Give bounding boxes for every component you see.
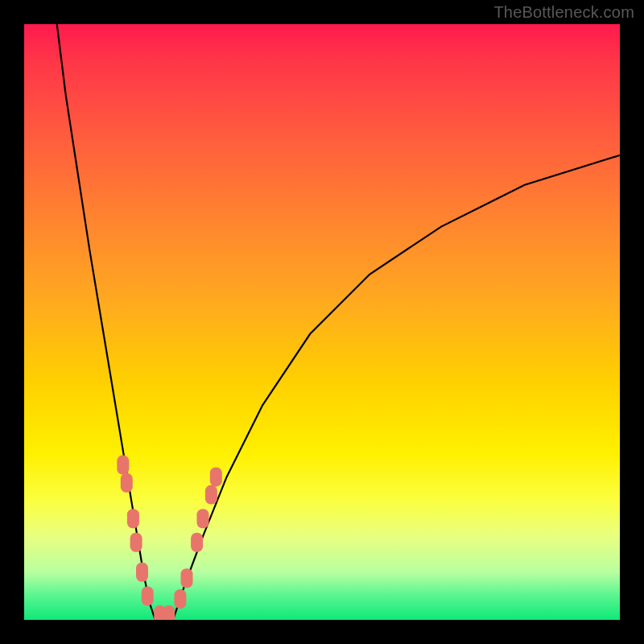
data-marker [127, 509, 139, 528]
curve-right [173, 155, 620, 620]
data-marker [191, 533, 203, 552]
data-marker [174, 589, 186, 609]
curve-left [57, 24, 155, 620]
plot-area [24, 24, 620, 620]
data-marker [121, 473, 133, 493]
data-marker [205, 485, 217, 505]
marker-group [117, 456, 221, 620]
data-marker [181, 568, 193, 588]
data-marker [210, 467, 222, 486]
data-marker [117, 456, 129, 475]
data-marker [163, 605, 175, 620]
watermark-text: TheBottleneck.com [493, 3, 634, 22]
data-marker [197, 509, 209, 528]
data-marker [142, 586, 154, 605]
chart-svg [24, 24, 620, 620]
chart-container: TheBottleneck.com [0, 0, 644, 644]
data-marker [136, 563, 148, 582]
data-marker [130, 533, 142, 552]
